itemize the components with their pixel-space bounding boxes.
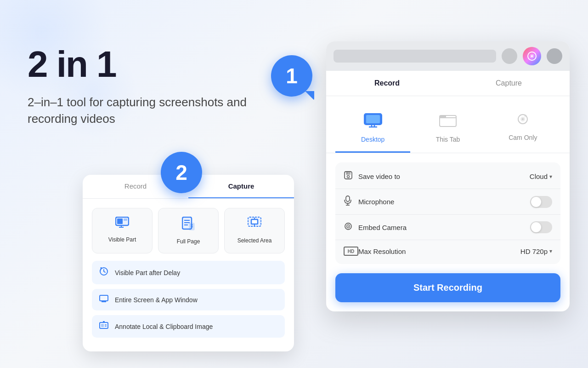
svg-rect-22: [101, 324, 104, 327]
settings-panel: Save video to Cloud ▾ Microphone: [326, 153, 570, 311]
capture-panel: Record Capture Visible Part: [83, 175, 294, 351]
mode-tabs: Desktop This Tab Cam Only: [326, 96, 570, 153]
panel-topbar: [326, 41, 570, 71]
svg-rect-42: [346, 172, 351, 175]
mode-tab-cam-only[interactable]: Cam Only: [486, 105, 560, 153]
setting-embed-camera: Embed Camera: [335, 215, 560, 240]
capture-full-page[interactable]: Full Page: [158, 208, 219, 253]
capture-selected-area[interactable]: Selected Area: [224, 208, 285, 253]
save-video-label: Save video to: [358, 172, 530, 180]
panel-tab-record[interactable]: Record: [326, 71, 448, 96]
svg-point-28: [531, 55, 533, 57]
svg-rect-17: [100, 295, 108, 301]
svg-rect-45: [346, 196, 350, 201]
desktop-mode-icon: [363, 113, 383, 132]
desktop-mode-label: Desktop: [361, 136, 384, 143]
visible-delay-label: Visible Part after Delay: [115, 269, 180, 276]
cam-only-icon: [514, 113, 531, 130]
entire-screen-icon: [99, 295, 108, 305]
svg-rect-1: [117, 218, 123, 224]
svg-point-40: [524, 115, 527, 117]
hero-title: 2 in 1: [28, 46, 285, 83]
annotate-label: Annotate Local & Clipboard Image: [115, 323, 213, 330]
max-resolution-value[interactable]: HD 720p ▾: [520, 247, 552, 255]
badge-1: 1: [271, 55, 312, 97]
svg-point-50: [348, 225, 349, 226]
cam-only-mode-label: Cam Only: [509, 134, 537, 141]
capture-selected-area-label: Selected Area: [237, 237, 272, 244]
visible-delay-icon: [99, 267, 108, 278]
save-video-value[interactable]: Cloud ▾: [530, 172, 552, 180]
capture-content: Visible Part Full Page: [83, 199, 294, 351]
topbar-app-icon: [523, 47, 541, 65]
embed-camera-toggle[interactable]: [530, 221, 552, 233]
microphone-toggle[interactable]: [530, 196, 552, 208]
full-page-icon: [182, 217, 195, 234]
mode-tab-this-tab[interactable]: This Tab: [410, 105, 485, 153]
capture-visible-part[interactable]: Visible Part: [92, 208, 153, 253]
mode-tab-desktop[interactable]: Desktop: [335, 105, 410, 153]
left-panel: 2 in 1 2–in–1 tool for capturing screens…: [28, 46, 285, 146]
svg-point-39: [522, 118, 524, 120]
svg-rect-2: [124, 218, 127, 221]
list-item-annotate[interactable]: Annotate Local & Clipboard Image: [92, 315, 285, 338]
resolution-dropdown-arrow: ▾: [549, 248, 552, 254]
this-tab-icon: [439, 113, 457, 132]
capture-full-page-label: Full Page: [177, 238, 200, 245]
this-tab-mode-label: This Tab: [436, 136, 460, 143]
panel-tabs: Record Capture: [326, 71, 570, 96]
svg-rect-36: [440, 117, 456, 118]
svg-rect-43: [347, 172, 348, 174]
max-resolution-label: Max Resolution: [358, 247, 520, 255]
hero-subtitle: 2–in–1 tool for capturing screenshots an…: [28, 94, 248, 127]
list-item-entire-screen[interactable]: Entire Screen & App Window: [92, 289, 285, 310]
record-panel: Record Capture Desktop: [326, 41, 570, 311]
start-recording-button[interactable]: Start Recording: [335, 273, 560, 302]
microphone-label: Microphone: [358, 198, 530, 206]
visible-part-icon: [115, 217, 129, 232]
capture-visible-part-label: Visible Part: [108, 236, 136, 243]
microphone-icon: [344, 196, 358, 208]
svg-rect-13: [251, 219, 258, 224]
setting-save-video: Save video to Cloud ▾: [335, 164, 560, 189]
topbar-dot: [502, 48, 517, 64]
entire-screen-label: Entire Screen & App Window: [115, 296, 198, 304]
save-video-icon: [344, 171, 358, 182]
setting-max-resolution: HD Max Resolution HD 720p ▾: [335, 240, 560, 262]
list-item-visible-delay[interactable]: Visible Part after Delay: [92, 261, 285, 284]
topbar-search-bar: [334, 50, 496, 63]
badge-2: 2: [161, 152, 202, 193]
capture-grid: Visible Part Full Page: [92, 208, 285, 253]
tab-capture[interactable]: Capture: [188, 175, 294, 198]
embed-camera-icon: [344, 222, 358, 233]
annotate-icon: [99, 321, 108, 332]
save-video-dropdown-arrow: ▾: [549, 173, 552, 180]
setting-microphone: Microphone: [335, 189, 560, 215]
max-resolution-icon: HD: [344, 247, 358, 256]
topbar-avatar: [547, 48, 562, 64]
embed-camera-label: Embed Camera: [358, 224, 530, 231]
settings-box: Save video to Cloud ▾ Microphone: [335, 162, 560, 264]
svg-point-44: [347, 176, 350, 178]
svg-rect-30: [366, 115, 380, 123]
panel-tab-capture[interactable]: Capture: [448, 71, 570, 96]
selected-area-icon: [248, 217, 261, 233]
